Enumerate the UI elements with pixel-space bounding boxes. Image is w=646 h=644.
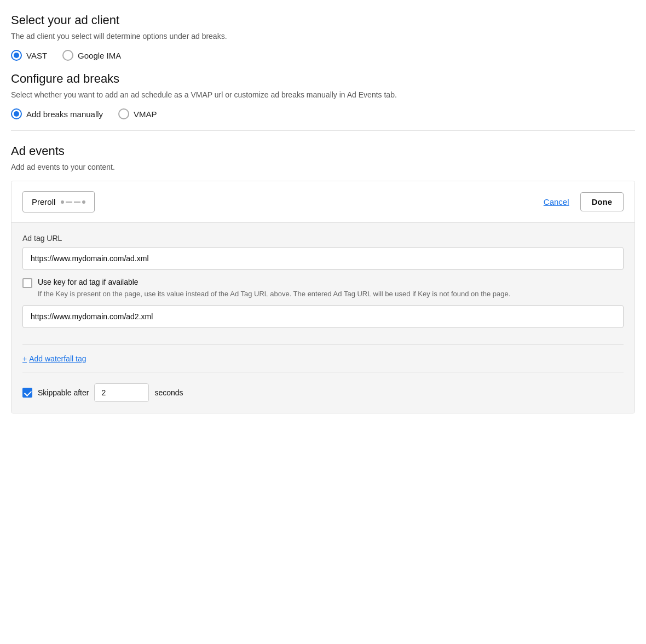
ad-tag-url-label: Ad tag URL (22, 234, 624, 243)
add-breaks-manually-option[interactable]: Add breaks manually (11, 108, 103, 119)
skippable-seconds-input[interactable] (94, 383, 149, 402)
ad-events-card: Preroll Cancel Done Ad tag URL (11, 181, 635, 413)
ad-events-desc: Add ad events to your content. (11, 162, 635, 173)
skippable-divider (22, 372, 624, 372)
skippable-checkbox[interactable] (22, 388, 32, 398)
dot-1 (61, 200, 64, 204)
vast-label: VAST (26, 51, 47, 60)
add-breaks-manually-radio[interactable] (11, 108, 22, 119)
section-divider (11, 130, 635, 131)
select-ad-client-section: Select your ad client The ad client you … (11, 13, 635, 61)
vmap-label: VMAP (134, 110, 157, 119)
use-key-desc: If the Key is present on the page, use i… (38, 289, 510, 300)
done-button[interactable]: Done (580, 192, 624, 211)
use-key-label: Use key for ad tag if available (38, 278, 510, 286)
dot-line-1 (66, 202, 72, 203)
plus-icon: + (22, 354, 27, 363)
waterfall-divider (22, 344, 624, 345)
ad-breaks-radio-group: Add breaks manually VMAP (11, 108, 635, 119)
add-waterfall-label: Add waterfall tag (29, 354, 86, 363)
use-key-checkbox[interactable] (22, 278, 32, 288)
google-ima-option[interactable]: Google IMA (62, 50, 121, 61)
add-waterfall-button[interactable]: +Add waterfall tag (22, 354, 86, 363)
vmap-option[interactable]: VMAP (118, 108, 157, 119)
preroll-dots (61, 200, 85, 204)
header-actions: Cancel Done (541, 192, 624, 211)
select-ad-client-desc: The ad client you select will determine … (11, 31, 635, 42)
skippable-row: Skippable after seconds (22, 383, 624, 402)
select-ad-client-title: Select your ad client (11, 13, 635, 27)
configure-ad-breaks-desc: Select whether you want to add an ad sch… (11, 89, 635, 101)
use-key-label-group: Use key for ad tag if available If the K… (38, 278, 510, 300)
preroll-button[interactable]: Preroll (22, 191, 95, 212)
dot-line-2 (74, 202, 80, 203)
preroll-label: Preroll (32, 197, 55, 206)
seconds-label: seconds (154, 388, 183, 397)
vast-option[interactable]: VAST (11, 50, 47, 61)
skippable-label: Skippable after (38, 388, 89, 397)
ad-tag-url-input[interactable] (22, 247, 624, 270)
ad-events-section: Ad events Add ad events to your content.… (11, 144, 635, 413)
ad-tag-url2-input[interactable] (22, 305, 624, 328)
ad-events-body: Ad tag URL Use key for ad tag if availab… (11, 223, 635, 413)
ad-events-title: Ad events (11, 144, 635, 158)
cancel-button[interactable]: Cancel (541, 193, 572, 211)
vast-radio[interactable] (11, 50, 22, 61)
dot-2 (82, 200, 85, 204)
ad-tag-url-field: Ad tag URL (22, 234, 624, 278)
use-key-checkbox-row: Use key for ad tag if available If the K… (22, 278, 624, 300)
ad-events-header: Preroll Cancel Done (11, 181, 635, 223)
google-ima-label: Google IMA (78, 51, 121, 60)
configure-ad-breaks-section: Configure ad breaks Select whether you w… (11, 72, 635, 119)
vmap-radio[interactable] (118, 108, 129, 119)
ad-client-radio-group: VAST Google IMA (11, 50, 635, 61)
add-breaks-manually-label: Add breaks manually (26, 110, 103, 119)
configure-ad-breaks-title: Configure ad breaks (11, 72, 635, 86)
google-ima-radio[interactable] (62, 50, 73, 61)
